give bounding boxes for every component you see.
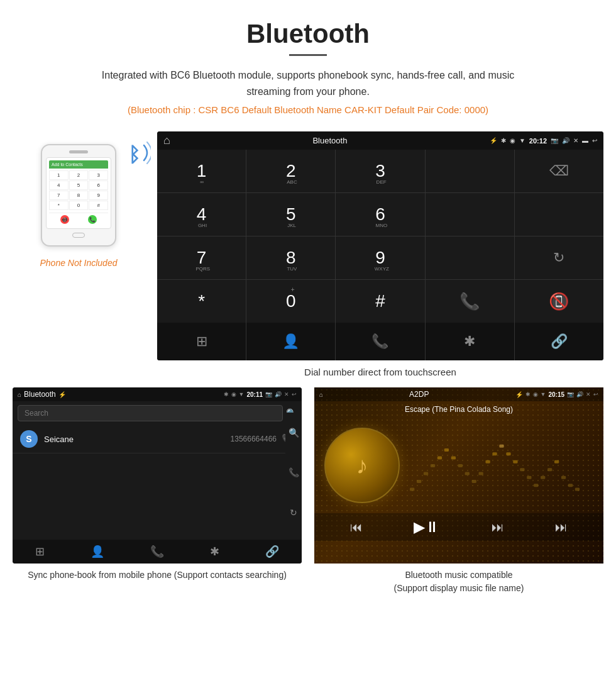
bottom-contacts-icon[interactable]: 👤 <box>246 323 335 360</box>
bottom-link-icon[interactable]: 🔗 <box>515 323 603 360</box>
volume-icon: 🔊 <box>562 137 569 144</box>
dial-key-8[interactable]: 8 TUV <box>246 236 335 279</box>
pb-bot-phone[interactable]: 📞 <box>150 545 164 558</box>
pb-bottom-bar: ⊞ 👤 📞 ✱ 🔗 <box>13 540 302 564</box>
music-loc-icon: ◉ <box>533 391 538 397</box>
pb-sidebar: 🔍 📞 ↻ <box>285 413 302 532</box>
bt-status-icon: ✱ <box>501 137 506 144</box>
dial-call-green[interactable]: 📞 <box>426 280 514 323</box>
pb-contact-name: Seicane <box>44 435 74 444</box>
svg-rect-25 <box>575 488 580 491</box>
pb-sidebar-search[interactable]: 🔍 <box>289 428 299 438</box>
pb-screen-inner: ⌂ Bluetooth ⚡ ✱ ◉ ▼ 20:11 📷 🔊 ✕ ↩ <box>13 387 302 564</box>
home-icon[interactable]: ⌂ <box>163 134 170 147</box>
dialer-bottom-bar: ⊞ 👤 📞 ✱ 🔗 <box>157 323 603 360</box>
dial-key-2[interactable]: 2 ABC <box>246 150 335 192</box>
svg-rect-20 <box>541 476 545 479</box>
phone-section: Add to Contacts 1 2 3 4 5 6 7 8 9 * <box>13 131 145 268</box>
dialpad-key: 9 <box>89 191 108 200</box>
phonebook-screen: ⌂ Bluetooth ⚡ ✱ ◉ ▼ 20:11 📷 🔊 ✕ ↩ <box>13 387 302 564</box>
music-close-icon[interactable]: ✕ <box>586 391 591 397</box>
music-title-bar: A2DP <box>326 390 512 399</box>
pb-search-container: 🔍 <box>18 405 283 421</box>
dial-empty-2 <box>426 193 514 236</box>
dialpad-key: # <box>89 201 108 210</box>
location-icon: ◉ <box>510 137 515 144</box>
dialpad-key: 4 <box>49 180 69 190</box>
dial-reload[interactable]: ↻ <box>515 236 603 279</box>
svg-rect-7 <box>451 457 456 460</box>
dialer-section: ⌂ Bluetooth ⚡ ✱ ◉ ▼ 20:12 📷 🔊 ✕ ▬ ↩ 1 ∞ <box>157 131 603 387</box>
pb-home-icon[interactable]: ⌂ <box>18 391 21 398</box>
pb-bt-icon: ✱ <box>224 391 229 397</box>
device-screen: ⌂ Bluetooth ⚡ ✱ ◉ ▼ 20:12 📷 🔊 ✕ ▬ ↩ 1 ∞ <box>157 131 603 360</box>
phone-call-btn: 📞 <box>88 215 97 224</box>
music-skip-icon[interactable]: ⏭ <box>555 520 568 535</box>
page-header: Bluetooth Integrated with BC6 Bluetooth … <box>0 0 616 131</box>
svg-rect-10 <box>472 480 476 483</box>
pb-bot-bt[interactable]: ✱ <box>210 545 219 558</box>
music-home-icon[interactable]: ⌂ <box>319 391 323 398</box>
pb-search-input[interactable] <box>18 405 283 421</box>
dial-key-1[interactable]: 1 ∞ <box>157 150 246 192</box>
svg-rect-8 <box>458 464 463 467</box>
wifi-icon: ▼ <box>519 137 525 144</box>
dial-key-0[interactable]: 0 + <box>246 280 335 323</box>
bottom-bt-icon[interactable]: ✱ <box>426 323 514 360</box>
pb-loc-icon: ◉ <box>231 391 236 397</box>
pb-close-icon[interactable]: ✕ <box>284 391 289 397</box>
pb-bot-grid[interactable]: ⊞ <box>35 545 45 558</box>
dial-key-9[interactable]: 9 WXYZ <box>336 236 424 279</box>
phone-screen-header: Add to Contacts <box>49 160 108 169</box>
pb-contact-number: 13566664466 <box>231 435 277 443</box>
dial-key-5[interactable]: 5 JKL <box>246 193 335 236</box>
music-controls: ⏮ ▶⏸ ⏭ ⏭ <box>314 513 603 541</box>
dial-key-4[interactable]: 4 GHI <box>157 193 246 236</box>
svg-rect-4 <box>431 464 435 467</box>
dial-key-6[interactable]: 6 MNO <box>336 193 424 236</box>
music-statusbar: ⌂ A2DP ⚡ ✱ ◉ ▼ 20:15 📷 🔊 ✕ ↩ <box>314 387 603 401</box>
bluetooth-waves: Add to Contacts 1 2 3 4 5 6 7 8 9 * <box>41 144 116 247</box>
music-caption: Bluetooth music compatible(Support displ… <box>314 564 603 597</box>
phone-screen: Add to Contacts 1 2 3 4 5 6 7 8 9 * <box>46 157 111 229</box>
music-cam-icon: 📷 <box>567 391 574 397</box>
usb-icon: ⚡ <box>490 137 497 144</box>
svg-text:ᛒ: ᛒ <box>128 143 140 166</box>
dialer-caption: Dial number direct from touchscreen <box>157 360 603 387</box>
dial-key-hash[interactable]: # <box>336 280 424 323</box>
dial-key-7[interactable]: 7 PQRS <box>157 236 246 279</box>
close-icon[interactable]: ✕ <box>573 137 578 144</box>
dial-key-star[interactable]: * <box>157 280 246 323</box>
bottom-grid-icon[interactable]: ⊞ <box>157 323 246 360</box>
svg-rect-24 <box>568 484 573 487</box>
music-play-pause-icon[interactable]: ▶⏸ <box>414 518 440 536</box>
pb-back-icon[interactable]: ↩ <box>292 391 297 397</box>
music-back-icon[interactable]: ↩ <box>593 391 598 397</box>
svg-rect-11 <box>479 472 483 475</box>
dial-key-3[interactable]: 3 DEF <box>336 150 424 192</box>
dialer-grid: 1 ∞ 2 ABC 3 DEF ⌫ 4 GHI <box>157 150 603 323</box>
dialpad-key: 3 <box>89 170 108 180</box>
pb-bot-link[interactable]: 🔗 <box>265 545 279 558</box>
dial-call-red[interactable]: 📵 <box>515 280 603 323</box>
dialpad-key: 0 <box>69 201 89 210</box>
dial-empty-1 <box>426 150 514 192</box>
music-next-icon[interactable]: ⏭ <box>492 520 504 535</box>
dial-empty-3 <box>515 193 603 236</box>
svg-rect-3 <box>424 472 428 475</box>
pb-sidebar-phone[interactable]: 📞 <box>289 467 299 477</box>
dial-backspace[interactable]: ⌫ <box>515 150 603 192</box>
back-icon[interactable]: ↩ <box>592 137 597 144</box>
pb-statusbar-right: ✱ ◉ ▼ 20:11 📷 🔊 ✕ ↩ <box>224 391 297 398</box>
dialpad-key: 7 <box>49 191 69 200</box>
phonebook-wrapper: ⌂ Bluetooth ⚡ ✱ ◉ ▼ 20:11 📷 🔊 ✕ ↩ <box>13 387 302 597</box>
bluetooth-specs: (Bluetooth chip : CSR BC6 Default Blueto… <box>13 104 603 115</box>
pb-sidebar-reload[interactable]: ↻ <box>290 508 297 518</box>
pb-title: Bluetooth <box>24 390 56 399</box>
pb-bot-contacts[interactable]: 👤 <box>91 545 104 558</box>
bottom-phone-icon[interactable]: 📞 <box>336 323 424 360</box>
pb-time: 20:11 <box>246 391 263 398</box>
music-prev-icon[interactable]: ⏮ <box>350 520 363 535</box>
svg-rect-18 <box>527 476 531 479</box>
pb-vol-icon: 🔊 <box>275 391 282 397</box>
